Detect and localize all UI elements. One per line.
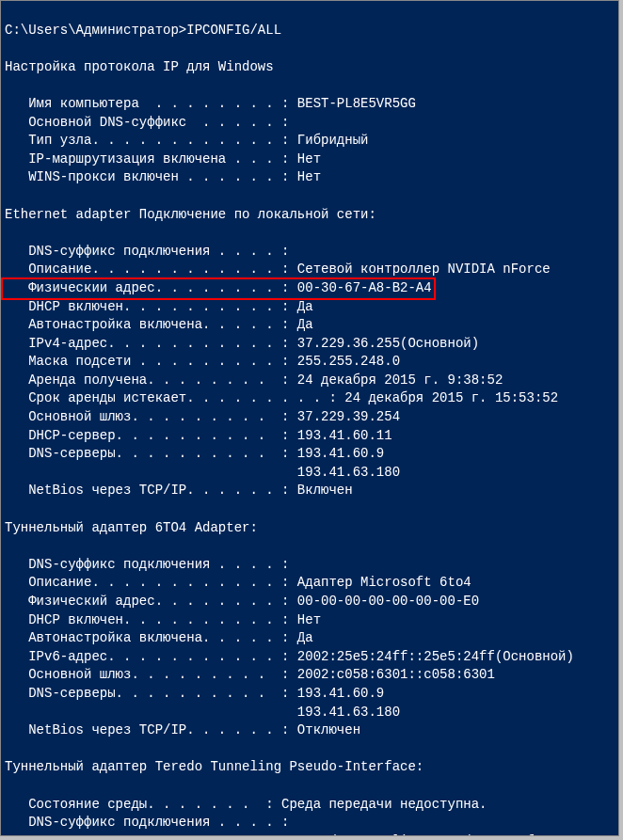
output-line: Имя компьютера . . . . . . . . : BEST-PL…: [5, 96, 416, 111]
output-line: 193.41.63.180: [5, 705, 400, 720]
output-line: IPv4-адрес. . . . . . . . . . . : 37.229…: [5, 336, 479, 351]
output-line: DNS-серверы. . . . . . . . . . : 193.41.…: [5, 446, 384, 461]
output-line: DNS-суффикс подключения . . . . :: [5, 244, 289, 259]
output-line: Основной шлюз. . . . . . . . . : 37.229.…: [5, 409, 400, 424]
output-line: Аренда получена. . . . . . . . : 24 дека…: [5, 372, 503, 388]
output-line: IPv6-адрес. . . . . . . . . . . : 2002:2…: [5, 649, 574, 664]
prompt-line: C:\Users\Администратор>IPCONFIG/ALL: [5, 23, 281, 38]
output-line: DHCP включен. . . . . . . . . . : Нет: [5, 612, 321, 627]
output-line: Автонастройка включена. . . . . : Да: [5, 317, 313, 332]
command-text: IPCONFIG/ALL: [186, 23, 281, 38]
output-line: Описание. . . . . . . . . . . . : Сетево…: [5, 262, 551, 277]
output-line: WINS-прокси включен . . . . . . : Нет: [5, 169, 321, 184]
output-line: Срок аренды истекает. . . . . . . . . : …: [5, 390, 558, 405]
output-line: Основной шлюз. . . . . . . . . : 2002:c0…: [5, 667, 495, 682]
prompt: C:\Users\Администратор>: [5, 23, 186, 38]
adapter-header: Туннельный адаптер Teredo Tunneling Pseu…: [5, 759, 423, 774]
highlighted-mac-address: Физическии адрес. . . . . . . . : 00-30-…: [1, 277, 436, 300]
output-line: DHCP включен. . . . . . . . . . : Да: [5, 299, 313, 314]
terminal-window[interactable]: C:\Users\Администратор>IPCONFIG/ALL Наст…: [0, 0, 619, 836]
output-line: 193.41.63.180: [5, 465, 400, 480]
output-line: IP-маршрутизация включена . . . : Нет: [5, 151, 321, 166]
output-line: Состояние среды. . . . . . . : Среда пер…: [5, 797, 487, 812]
output-line: NetBios через TCP/IP. . . . . . : Включе…: [5, 483, 353, 498]
output-line: Маска подсети . . . . . . . . . : 255.25…: [5, 354, 400, 369]
output-line: DNS-суффикс подключения . . . . :: [5, 557, 289, 572]
output-line: DNS-суффикс подключения . . . . :: [5, 815, 289, 830]
output-line: Тип узла. . . . . . . . . . . . : Гибрид…: [5, 133, 368, 148]
output-line: Основной DNS-суффикс . . . . . :: [5, 115, 289, 130]
output-line: Автонастройка включена. . . . . : Да: [5, 630, 313, 645]
adapter-header: Туннельный адаптер 6TO4 Adapter:: [5, 520, 258, 535]
output-line: Физический адрес. . . . . . . . : 00-00-…: [5, 594, 479, 609]
adapter-header: Ethernet adapter Подключение по локально…: [5, 207, 376, 222]
output-line: DHCP-сервер. . . . . . . . . . : 193.41.…: [5, 428, 392, 443]
output-line: Физическии адрес. . . . . . . . : 00-30-…: [5, 280, 432, 295]
section-header: Настройка протокола IP для Windows: [5, 59, 274, 74]
output-line: DNS-серверы. . . . . . . . . . : 193.41.…: [5, 686, 384, 701]
output-line: Описание. . . . . . . . . . . . : Адапте…: [5, 575, 471, 590]
output-line: Описание. . . . . . . . . . . . : Teredo…: [5, 833, 558, 836]
output-line: NetBios через TCP/IP. . . . . . : Отключ…: [5, 722, 360, 737]
